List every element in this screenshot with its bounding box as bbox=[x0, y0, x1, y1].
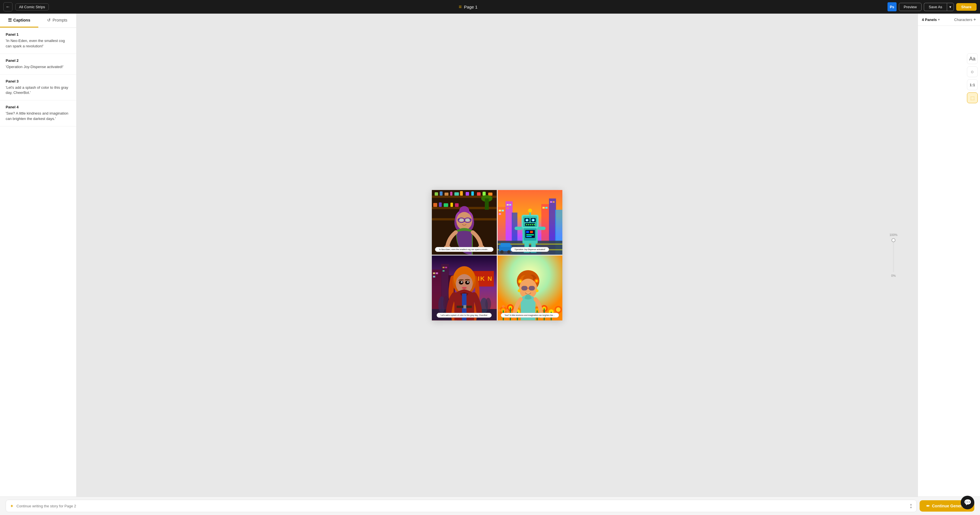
svg-rect-8 bbox=[454, 192, 459, 196]
svg-rect-97 bbox=[442, 267, 445, 268]
svg-rect-96 bbox=[433, 276, 435, 278]
caption-icon: ⬚ bbox=[970, 95, 975, 101]
tab-prompts[interactable]: ↺ Prompts bbox=[38, 14, 76, 27]
bubble-tool-button[interactable]: ○ bbox=[967, 66, 978, 77]
caption-tool-button[interactable]: ⬚ bbox=[967, 92, 978, 103]
svg-rect-99 bbox=[442, 270, 445, 272]
main-layout: ☰ Captions ↺ Prompts Panel 1 'In Neo-Ede… bbox=[0, 14, 980, 497]
panel-2-caption: 'Operation Joy-Dispense activated!' bbox=[511, 247, 549, 252]
right-panel-header: 4 Panels ▾ Characters + bbox=[918, 14, 980, 26]
svg-rect-5 bbox=[440, 191, 442, 196]
svg-rect-78 bbox=[532, 224, 533, 225]
svg-rect-49 bbox=[545, 207, 547, 208]
svg-rect-45 bbox=[506, 204, 508, 205]
topbar-left: ← All Comic Strips bbox=[3, 2, 49, 11]
panel-1-caption: 'In Neo-Eden, even the smallest cog can … bbox=[435, 247, 493, 252]
svg-rect-83 bbox=[538, 227, 546, 230]
panels-count: 4 Panels bbox=[922, 17, 937, 22]
panel-4-text: 'See? A little kindness and imagination … bbox=[6, 111, 71, 122]
svg-point-132 bbox=[502, 305, 504, 308]
svg-point-166 bbox=[517, 289, 520, 292]
breadcrumb-button[interactable]: All Comic Strips bbox=[15, 3, 49, 11]
svg-rect-43 bbox=[501, 210, 504, 211]
svg-point-81 bbox=[528, 208, 532, 212]
share-button[interactable]: Share bbox=[956, 3, 977, 11]
tab-captions[interactable]: ☰ Captions bbox=[0, 14, 38, 27]
svg-rect-12 bbox=[477, 192, 480, 196]
bottom-bar: ✦ ▲ ▼ ✏ Continue Generate bbox=[0, 497, 980, 515]
svg-point-167 bbox=[536, 289, 539, 292]
svg-point-32 bbox=[465, 219, 470, 221]
svg-point-131 bbox=[556, 307, 560, 312]
svg-rect-75 bbox=[526, 224, 527, 225]
panel-4-label: Panel 4 bbox=[6, 105, 71, 109]
ratio-tool-button[interactable]: 1:1 bbox=[967, 79, 978, 90]
svg-rect-11 bbox=[471, 191, 474, 196]
text-tool-button[interactable]: Aa bbox=[967, 53, 978, 64]
panel-4-caption: 'See? A little kindness and imagination … bbox=[501, 313, 559, 318]
list-item: Panel 1 'In Neo-Eden, even the smallest … bbox=[0, 28, 76, 54]
comic-panel-2[interactable]: 'Operation Joy-Dispense activated!' bbox=[498, 190, 563, 255]
svg-rect-82 bbox=[514, 227, 522, 230]
svg-rect-51 bbox=[552, 201, 554, 202]
svg-rect-19 bbox=[455, 203, 458, 207]
svg-rect-114 bbox=[463, 305, 466, 308]
svg-rect-18 bbox=[450, 202, 453, 207]
chat-icon: 💬 bbox=[964, 499, 972, 506]
page-menu-icon[interactable]: ≡ bbox=[459, 4, 462, 10]
svg-rect-13 bbox=[483, 191, 486, 196]
svg-point-58 bbox=[507, 250, 511, 254]
text-icon: Aa bbox=[969, 56, 975, 62]
sidebar: ☰ Captions ↺ Prompts Panel 1 'In Neo-Ede… bbox=[0, 14, 76, 497]
svg-point-57 bbox=[500, 250, 503, 254]
topbar-center: ≡ Page 1 bbox=[459, 4, 477, 10]
panel-3-text: 'Let's add a splash of color to this gra… bbox=[6, 85, 71, 96]
preview-button[interactable]: Preview bbox=[899, 3, 921, 11]
svg-rect-164 bbox=[521, 286, 527, 290]
svg-rect-76 bbox=[528, 224, 529, 225]
page-title: Page 1 bbox=[464, 5, 477, 10]
right-edge-tools: Aa ○ 1:1 ⬚ bbox=[967, 53, 978, 103]
comic-panel-1[interactable]: 'In Neo-Eden, even the smallest cog can … bbox=[432, 190, 497, 255]
list-item: Panel 3 'Let's add a splash of color to … bbox=[0, 75, 76, 101]
svg-point-135 bbox=[506, 309, 508, 312]
list-item: Panel 2 'Operation Joy-Dispense activate… bbox=[0, 54, 76, 75]
zoom-slider-thumb[interactable] bbox=[891, 238, 896, 242]
svg-rect-48 bbox=[542, 207, 544, 208]
zoom-min-label: 0% bbox=[891, 274, 896, 277]
svg-point-111 bbox=[467, 281, 469, 283]
zoom-slider-track[interactable] bbox=[893, 238, 894, 272]
svg-rect-17 bbox=[444, 203, 448, 207]
prompt-scroll-arrows[interactable]: ▲ ▼ bbox=[910, 503, 912, 509]
zoom-controls: 100% 0% bbox=[886, 14, 900, 497]
topbar: ← All Comic Strips ≡ Page 1 Ps Preview S… bbox=[0, 0, 980, 14]
svg-rect-42 bbox=[498, 210, 501, 211]
prompts-icon: ↺ bbox=[47, 17, 51, 23]
svg-point-159 bbox=[535, 280, 538, 282]
prompt-input[interactable] bbox=[16, 504, 907, 508]
characters-button[interactable]: Characters + bbox=[954, 17, 976, 22]
svg-point-73 bbox=[532, 219, 534, 221]
svg-rect-79 bbox=[534, 224, 535, 225]
svg-rect-77 bbox=[530, 224, 531, 225]
captions-icon: ☰ bbox=[8, 17, 12, 23]
svg-rect-16 bbox=[439, 202, 442, 207]
panel-1-text: 'In Neo-Eden, even the smallest cog can … bbox=[6, 38, 71, 49]
list-item: Panel 4 'See? A little kindness and imag… bbox=[0, 100, 76, 127]
save-as-button[interactable]: Save As bbox=[924, 3, 947, 11]
svg-rect-14 bbox=[488, 192, 493, 196]
svg-point-104 bbox=[485, 298, 491, 310]
back-button[interactable]: ← bbox=[3, 2, 13, 11]
panels-selector[interactable]: 4 Panels ▾ bbox=[922, 17, 940, 22]
svg-rect-94 bbox=[433, 273, 435, 274]
save-as-group: Save As ▾ bbox=[924, 3, 954, 11]
panel-3-label: Panel 3 bbox=[6, 79, 71, 83]
comic-panel-4[interactable]: 'See? A little kindness and imagination … bbox=[498, 256, 563, 321]
save-as-chevron-button[interactable]: ▾ bbox=[947, 3, 954, 11]
chat-fab-button[interactable]: 💬 bbox=[961, 496, 974, 509]
comic-panel-3[interactable]: BLIIK N bbox=[432, 256, 497, 321]
svg-rect-47 bbox=[506, 207, 508, 209]
svg-rect-56 bbox=[500, 243, 510, 247]
svg-rect-63 bbox=[530, 231, 533, 233]
comic-grid: 'In Neo-Eden, even the smallest cog can … bbox=[432, 190, 562, 321]
